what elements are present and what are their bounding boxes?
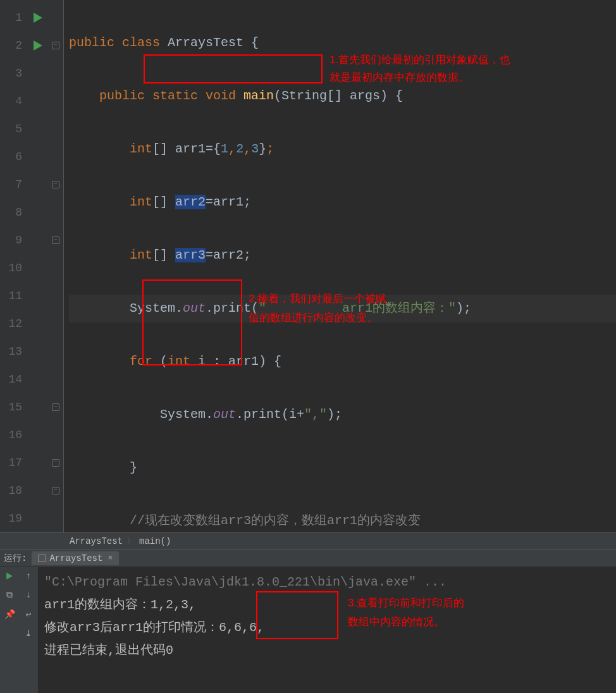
- wrap-icon[interactable]: ↩: [23, 609, 34, 619]
- fold-icon[interactable]: −: [47, 477, 63, 505]
- gutter-icons: [28, 0, 47, 532]
- run-toolbar-left2: ↑ ↓ ↩ ⤓: [19, 567, 38, 693]
- layout-icon[interactable]: ⧉: [4, 590, 15, 600]
- console-path: "C:\Program Files\Java\jdk1.8.0_221\bin\…: [44, 571, 616, 594]
- fold-icon[interactable]: −: [47, 226, 63, 254]
- gutter-line-numbers: 1 2 3 4 5 6 7 8 9 10 11 12 13 14 15 16 1…: [0, 0, 28, 532]
- run-main-icon[interactable]: [28, 32, 47, 59]
- fold-icon[interactable]: −: [47, 393, 63, 421]
- code-editor: 1 2 3 4 5 6 7 8 9 10 11 12 13 14 15 16 1…: [0, 0, 616, 532]
- console-line2-label: 修改arr3后arr1的打印情况：: [44, 620, 219, 635]
- fold-column: − − − − − −: [47, 0, 64, 532]
- run-class-icon[interactable]: [28, 4, 47, 32]
- scroll-icon[interactable]: ⤓: [23, 628, 34, 638]
- console-output[interactable]: "C:\Program Files\Java\jdk1.8.0_221\bin\…: [38, 567, 616, 693]
- arrow-down-icon[interactable]: ↓: [23, 590, 34, 600]
- fold-icon[interactable]: −: [47, 32, 63, 59]
- console-line1-label: arr1的数组内容：: [44, 598, 151, 612]
- run-panel: 运行: ArraysTest × ⧉ 📌 ↑ ↓ ↩ ⤓ "C:\Program…: [0, 549, 616, 693]
- rerun-icon[interactable]: [4, 571, 15, 581]
- run-label: 运行:: [4, 553, 27, 564]
- config-icon: [38, 555, 46, 562]
- annotation-box-1: [144, 54, 323, 83]
- run-body: ⧉ 📌 ↑ ↓ ↩ ⤓ "C:\Program Files\Java\jdk1.…: [0, 567, 616, 693]
- console-exit: 进程已结束,退出代码0: [44, 639, 616, 662]
- console-line2-vals: 6,6,6,: [219, 620, 264, 635]
- run-toolbar-left: ⧉ 📌: [0, 567, 19, 693]
- code-content[interactable]: public class ArraysTest { public static …: [64, 0, 616, 532]
- pin-icon[interactable]: 📌: [4, 609, 15, 619]
- fold-icon[interactable]: −: [47, 449, 63, 477]
- fold-icon[interactable]: −: [47, 171, 63, 199]
- arrow-up-icon[interactable]: ↑: [23, 571, 34, 581]
- console-line1-vals: 1,2,3,: [151, 598, 196, 612]
